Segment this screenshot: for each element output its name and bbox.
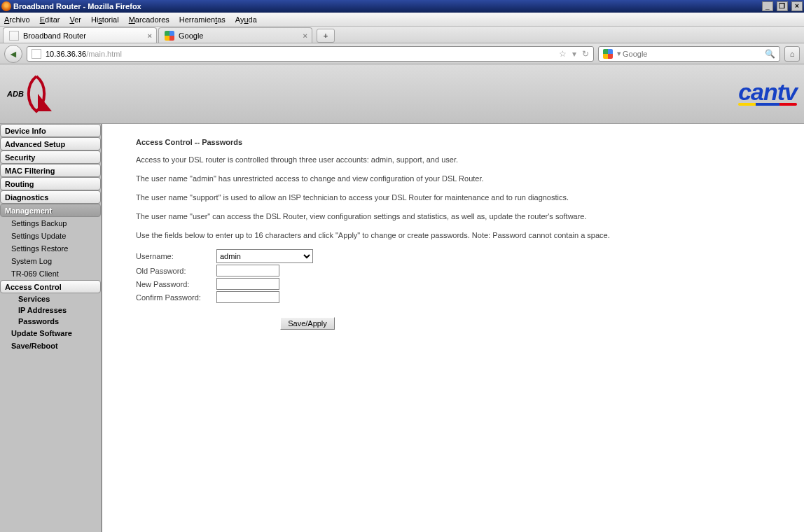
- close-tab-icon[interactable]: ×: [303, 31, 307, 40]
- tab-google[interactable]: Google ×: [158, 27, 312, 43]
- sidebar-sub-ip-addresses[interactable]: IP Addresses: [0, 304, 101, 316]
- firefox-icon: [1, 1, 11, 11]
- sidebar-sub-system-log[interactable]: System Log: [0, 255, 101, 267]
- sidebar-item-management[interactable]: Management: [0, 204, 101, 217]
- sidebar: Device Info Advanced Setup Security MAC …: [0, 124, 102, 532]
- browser-tabbar: Broadband Router × Google × +: [0, 27, 804, 43]
- sidebar-sub-settings-restore[interactable]: Settings Restore: [0, 242, 101, 255]
- menu-marcadores[interactable]: Marcadores: [129, 15, 169, 24]
- search-field[interactable]: ▾ 🔍: [598, 46, 780, 62]
- instructions-text: Use the fields below to enter up to 16 c…: [136, 230, 770, 241]
- menu-editar[interactable]: Editar: [40, 15, 60, 24]
- intro-text: Access to your DSL router is controlled …: [136, 155, 770, 165]
- page-icon: [32, 49, 41, 59]
- sidebar-item-security[interactable]: Security: [0, 150, 101, 164]
- page-icon: [9, 31, 19, 41]
- back-button[interactable]: ◄: [4, 45, 22, 63]
- tab-label: Google: [179, 31, 203, 40]
- home-button[interactable]: ⌂: [784, 46, 800, 62]
- confirm-password-label: Confirm Password:: [136, 293, 216, 302]
- url-host: 10.36.36.36: [46, 50, 86, 58]
- url-field[interactable]: 10.36.36.36/main.html ☆ ▾ ↻: [27, 46, 594, 62]
- support-text: The user name "support" is used to allow…: [136, 192, 770, 203]
- password-form: Username: admin Old Password: New Passwo…: [136, 249, 770, 330]
- sidebar-sub-settings-backup[interactable]: Settings Backup: [0, 217, 101, 230]
- content-area: Access Control -- Passwords Access to yo…: [102, 124, 804, 532]
- admin-text: The user name "admin" has unrestricted a…: [136, 174, 770, 184]
- page-heading: Access Control -- Passwords: [136, 138, 770, 146]
- reload-icon[interactable]: ↻: [582, 49, 589, 59]
- new-password-input[interactable]: [216, 278, 279, 290]
- browser-menubar: Archivo Editar Ver Historial Marcadores …: [0, 13, 804, 27]
- minimize-button[interactable]: _: [762, 1, 773, 11]
- sidebar-item-advanced-setup[interactable]: Advanced Setup: [0, 137, 101, 150]
- sidebar-sub-save-reboot[interactable]: Save/Reboot: [0, 340, 101, 352]
- search-input[interactable]: [623, 50, 765, 58]
- sidebar-sub-access-control[interactable]: Access Control: [0, 280, 101, 293]
- menu-archivo[interactable]: Archivo: [4, 15, 30, 24]
- menu-historial[interactable]: Historial: [91, 15, 119, 24]
- menu-ver[interactable]: Ver: [69, 15, 81, 24]
- tab-broadband-router[interactable]: Broadband Router ×: [3, 27, 157, 43]
- url-path: /main.html: [86, 50, 122, 58]
- sidebar-item-diagnostics[interactable]: Diagnostics: [0, 190, 101, 204]
- brand-header: ADB cantv: [0, 64, 804, 124]
- sidebar-sub-settings-update[interactable]: Settings Update: [0, 230, 101, 242]
- menu-ayuda[interactable]: Ayuda: [235, 15, 257, 24]
- google-icon: [165, 31, 174, 41]
- new-tab-button[interactable]: +: [317, 29, 335, 43]
- sidebar-sub-update-software[interactable]: Update Software: [0, 327, 101, 340]
- close-tab-icon[interactable]: ×: [148, 31, 152, 40]
- username-select[interactable]: admin: [216, 249, 313, 263]
- cantv-text: cantv: [738, 82, 797, 102]
- close-button[interactable]: ×: [791, 1, 803, 11]
- tab-label: Broadband Router: [23, 31, 86, 40]
- username-label: Username:: [136, 252, 216, 260]
- save-apply-button[interactable]: Save/Apply: [280, 317, 335, 330]
- cantv-logo: cantv: [738, 82, 797, 106]
- sidebar-sub-passwords[interactable]: Passwords: [0, 316, 101, 327]
- menu-herramientas[interactable]: Herramientas: [179, 15, 226, 24]
- sidebar-item-routing[interactable]: Routing: [0, 177, 101, 190]
- confirm-password-input[interactable]: [216, 291, 279, 303]
- search-icon[interactable]: 🔍: [765, 49, 775, 59]
- sidebar-sub-tr069[interactable]: TR-069 Client: [0, 267, 101, 280]
- dropdown-icon[interactable]: ▾: [617, 49, 621, 58]
- window-titlebar: Broadband Router - Mozilla Firefox _ ❐ ×: [0, 0, 804, 13]
- adb-logo: ADB: [7, 73, 57, 115]
- browser-urlbar: ◄ 10.36.36.36/main.html ☆ ▾ ↻ ▾ 🔍 ⌂: [0, 43, 804, 64]
- new-password-label: New Password:: [136, 280, 216, 288]
- sidebar-item-mac-filtering[interactable]: MAC Filtering: [0, 164, 101, 177]
- dropdown-icon[interactable]: ▾: [572, 49, 576, 59]
- google-icon: [603, 49, 613, 59]
- maximize-button[interactable]: ❐: [777, 1, 788, 11]
- sidebar-sub-services[interactable]: Services: [0, 293, 101, 304]
- sidebar-item-device-info[interactable]: Device Info: [0, 124, 101, 137]
- adb-text: ADB: [7, 90, 24, 98]
- old-password-input[interactable]: [216, 265, 279, 276]
- window-controls: _ ❐ ×: [761, 1, 803, 11]
- bookmark-star-icon[interactable]: ☆: [559, 49, 567, 59]
- user-text: The user name "user" can access the DSL …: [136, 211, 770, 222]
- old-password-label: Old Password:: [136, 267, 216, 275]
- window-title: Broadband Router - Mozilla Firefox: [13, 2, 141, 10]
